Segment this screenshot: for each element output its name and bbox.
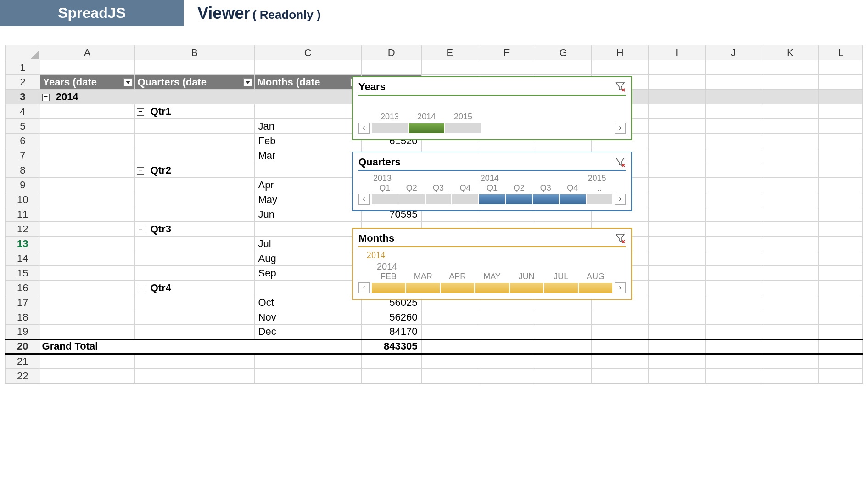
slicer-tile[interactable]	[445, 123, 482, 134]
cell[interactable]	[648, 163, 705, 178]
cell[interactable]	[762, 369, 819, 383]
cell[interactable]	[478, 354, 535, 369]
slicer-tile[interactable]	[586, 194, 613, 205]
cell[interactable]	[705, 237, 762, 251]
cell[interactable]	[705, 207, 762, 222]
cell[interactable]	[762, 192, 819, 207]
cell[interactable]	[762, 281, 819, 295]
cell[interactable]	[818, 310, 862, 325]
pivot-year[interactable]: − 2014	[40, 90, 361, 104]
cell[interactable]	[421, 325, 478, 339]
col-header-C[interactable]: C	[254, 45, 362, 60]
cell[interactable]	[134, 60, 254, 75]
pivot-amount[interactable]: 56260	[362, 310, 421, 325]
cell[interactable]	[818, 90, 862, 104]
filter-dropdown-icon[interactable]	[123, 78, 133, 86]
pivot-month[interactable]: Jan	[254, 119, 362, 134]
cell[interactable]	[818, 237, 862, 251]
cell[interactable]	[705, 266, 762, 281]
cell[interactable]	[134, 354, 254, 369]
cell[interactable]	[648, 134, 705, 148]
slicer-tile[interactable]	[406, 282, 440, 293]
col-header-A[interactable]: A	[40, 45, 134, 60]
collapse-icon[interactable]: −	[137, 285, 144, 292]
cell[interactable]	[421, 354, 478, 369]
row-header-17[interactable]: 17	[6, 295, 40, 310]
pivot-month[interactable]: Apr	[254, 178, 362, 192]
cell[interactable]	[818, 104, 862, 119]
row-header-1[interactable]: 1	[6, 60, 40, 75]
cell[interactable]	[648, 60, 705, 75]
col-header-H[interactable]: H	[592, 45, 649, 60]
cell[interactable]	[818, 222, 862, 237]
slicer-months[interactable]: Months 2014 2014 ‹ FEBMARAPRMAYJUNJULAUG…	[352, 228, 632, 300]
cell[interactable]	[478, 369, 535, 383]
cell[interactable]	[762, 222, 819, 237]
col-header-D[interactable]: D	[362, 45, 421, 60]
cell[interactable]	[705, 60, 762, 75]
pivot-quarter[interactable]: − Qtr4	[134, 281, 254, 295]
cell[interactable]	[818, 148, 862, 163]
cell[interactable]	[705, 369, 762, 383]
cell[interactable]	[362, 60, 421, 75]
pivot-month[interactable]: Mar	[254, 148, 362, 163]
col-header-K[interactable]: K	[762, 45, 819, 60]
cell[interactable]	[762, 295, 819, 310]
cell[interactable]	[648, 281, 705, 295]
cell[interactable]	[762, 325, 819, 339]
row-header-14[interactable]: 14	[6, 251, 40, 266]
slicer-tile[interactable]	[510, 282, 544, 293]
collapse-icon[interactable]: −	[137, 108, 144, 116]
pivot-month[interactable]: Dec	[254, 325, 362, 339]
slicer-years[interactable]: Years ‹ 201320142015 ›	[352, 76, 632, 140]
cell[interactable]	[705, 325, 762, 339]
col-header-F[interactable]: F	[478, 45, 535, 60]
slicer-tile[interactable]	[578, 282, 613, 293]
cell[interactable]	[535, 310, 592, 325]
pivot-amount[interactable]: 84170	[362, 325, 421, 339]
cell[interactable]	[818, 119, 862, 134]
cell[interactable]	[535, 339, 592, 354]
slicer-prev-button[interactable]: ‹	[358, 282, 370, 293]
pivot-quarter[interactable]: − Qtr1	[134, 104, 254, 119]
cell[interactable]	[648, 178, 705, 192]
cell[interactable]	[421, 369, 478, 383]
cell[interactable]	[762, 237, 819, 251]
row-header-2[interactable]: 2	[6, 75, 40, 90]
slicer-tile[interactable]	[440, 282, 475, 293]
row-header-22[interactable]: 22	[6, 369, 40, 383]
col-header-I[interactable]: I	[648, 45, 705, 60]
pivot-month[interactable]: Jul	[254, 237, 362, 251]
cell[interactable]	[648, 251, 705, 266]
slicer-tile[interactable]	[479, 194, 505, 205]
cell[interactable]	[762, 178, 819, 192]
cell[interactable]	[818, 178, 862, 192]
cell[interactable]	[705, 90, 762, 104]
row-header-19[interactable]: 19	[6, 325, 40, 339]
slicer-tile[interactable]	[559, 194, 586, 205]
cell[interactable]	[535, 369, 592, 383]
cell[interactable]	[762, 339, 819, 354]
cell[interactable]	[254, 369, 362, 383]
cell[interactable]	[762, 354, 819, 369]
cell[interactable]	[592, 354, 649, 369]
cell[interactable]	[421, 339, 478, 354]
cell[interactable]	[478, 310, 535, 325]
cell[interactable]	[818, 295, 862, 310]
clear-filter-icon[interactable]	[615, 81, 626, 92]
cell[interactable]	[648, 339, 705, 354]
cell[interactable]	[648, 222, 705, 237]
cell[interactable]	[592, 60, 649, 75]
collapse-icon[interactable]: −	[42, 94, 50, 101]
cell[interactable]	[648, 295, 705, 310]
pivot-month[interactable]: Jun	[254, 207, 362, 222]
cell[interactable]	[705, 163, 762, 178]
cell[interactable]	[762, 310, 819, 325]
cell[interactable]	[705, 354, 762, 369]
col-header-L[interactable]: L	[818, 45, 862, 60]
cell[interactable]	[705, 119, 762, 134]
cell[interactable]	[648, 192, 705, 207]
cell[interactable]	[362, 369, 421, 383]
pivot-month[interactable]: Aug	[254, 251, 362, 266]
cell[interactable]	[705, 178, 762, 192]
